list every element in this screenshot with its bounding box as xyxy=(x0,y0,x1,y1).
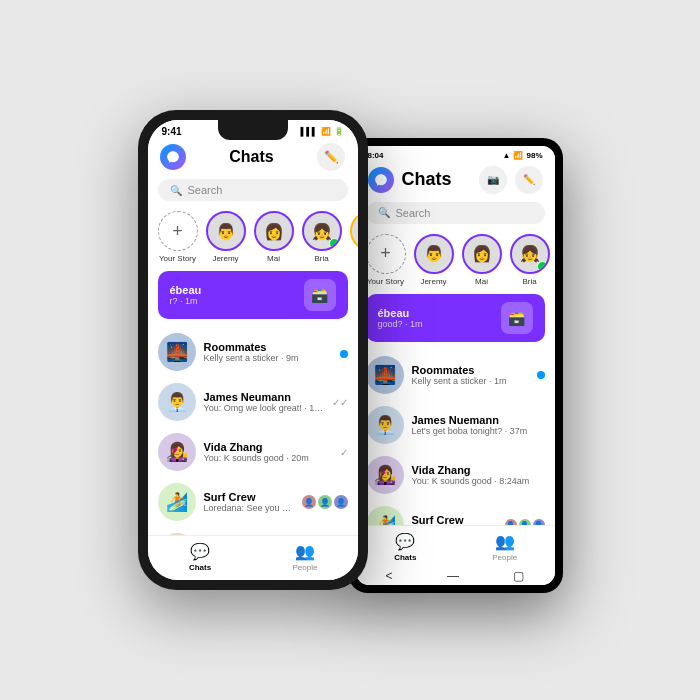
android-device: 8:04 ▲ 📶 98% Chats 📷 ✏️ xyxy=(348,138,563,593)
vida-preview: You: K sounds good · 20m xyxy=(204,453,332,463)
android-time: 8:04 xyxy=(368,151,384,160)
iphone-story-add[interactable]: + Your Story xyxy=(158,211,198,263)
iphone-alice-avatar: 👩‍🦱 xyxy=(350,211,358,251)
iphone-chats-title: Chats xyxy=(229,148,273,166)
iphone-search-bar[interactable]: 🔍 Search xyxy=(158,179,348,201)
android-james-info: James Nuemann Let's get boba tonight? · … xyxy=(412,414,537,436)
iphone-archive-swipe[interactable]: ébeau r? · 1m 🗃️ xyxy=(158,271,348,319)
android-bottom-nav: 💬 Chats 👥 People xyxy=(356,525,555,567)
iphone-time: 9:41 xyxy=(162,126,182,137)
android-stories-row: + Your Story 👨 Jeremy 👩 Mai 👧 Bria 👩‍🦱 xyxy=(356,230,555,294)
android-nav-chats[interactable]: 💬 Chats xyxy=(356,532,456,562)
android-header-icons: 📷 ✏️ xyxy=(479,166,543,194)
android-archive-preview: good? · 1m xyxy=(378,319,423,329)
iphone-story-bria[interactable]: 👧 Bria xyxy=(302,211,342,263)
android-roommates-name: Roommates xyxy=(412,364,529,376)
phones-container: 9:41 ▌▌▌ 📶 🔋 Chats ✏️ xyxy=(138,108,563,593)
android-screen: 8:04 ▲ 📶 98% Chats 📷 ✏️ xyxy=(356,146,555,585)
android-roommates-preview: Kelly sent a sticker · 1m xyxy=(412,376,529,386)
android-james-name: James Nuemann xyxy=(412,414,537,426)
iphone-mai-avatar: 👩 xyxy=(254,211,294,251)
android-archive-name: ébeau xyxy=(378,307,423,319)
iphone-chat-surfcrew[interactable]: 🏄 Surf Crew Loredana: See you there! · M… xyxy=(148,477,358,527)
android-home-indicator: < — ▢ xyxy=(356,567,555,585)
iphone-mai-label: Mai xyxy=(267,254,280,263)
android-chat-james[interactable]: 👨‍💼 James Nuemann Let's get boba tonight… xyxy=(356,400,555,450)
android-story-mai[interactable]: 👩 Mai xyxy=(462,234,502,286)
iphone-story-alice[interactable]: 👩‍🦱 Alice xyxy=(350,211,358,263)
iphone-chat-list: 🌉 Roommates Kelly sent a sticker · 9m 👨‍… xyxy=(148,327,358,535)
surfcrew-info: Surf Crew Loredana: See you there! · Mon xyxy=(204,491,294,513)
iphone-nav-people[interactable]: 👥 People xyxy=(253,542,358,572)
android-archive-icon: 🗃️ xyxy=(501,302,533,334)
james-meta: ✓✓ xyxy=(332,397,348,408)
android-story-add[interactable]: + Your Story xyxy=(366,234,406,286)
android-search-bar[interactable]: 🔍 Search xyxy=(366,202,545,224)
android-archive-swipe[interactable]: ébeau good? · 1m 🗃️ xyxy=(366,294,545,342)
android-bria-label: Bria xyxy=(522,277,536,286)
android-status-icons: ▲ 📶 98% xyxy=(503,151,543,160)
iphone-header-icons: ✏️ xyxy=(317,143,345,171)
vida-avatar: 👩‍🎤 xyxy=(158,433,196,471)
android-story-jeremy[interactable]: 👨 Jeremy xyxy=(414,234,454,286)
iphone-chat-roommates[interactable]: 🌉 Roommates Kelly sent a sticker · 9m xyxy=(148,327,358,377)
roommates-unread xyxy=(340,350,348,358)
android-surfcrew-name: Surf Crew xyxy=(412,514,497,525)
android-roommates-info: Roommates Kelly sent a sticker · 1m xyxy=(412,364,529,386)
iphone-app-header: Chats ✏️ xyxy=(148,139,358,177)
story-add-button[interactable]: + xyxy=(158,211,198,251)
android-wifi-icon: 📶 xyxy=(513,151,523,160)
surfcrew-preview: Loredana: See you there! · Mon xyxy=(204,503,294,513)
iphone-story-jeremy[interactable]: 👨 Jeremy xyxy=(206,211,246,263)
android-story-bria[interactable]: 👧 Bria xyxy=(510,234,550,286)
android-chat-roommates[interactable]: 🌉 Roommates Kelly sent a sticker · 1m xyxy=(356,350,555,400)
vida-meta: ✓ xyxy=(340,447,348,458)
iphone-nav-chats[interactable]: 💬 Chats xyxy=(148,542,253,572)
iphone-status-icons: ▌▌▌ 📶 🔋 xyxy=(300,127,343,136)
iphone-chat-james[interactable]: 👨‍💼 James Neumann You: Omg we look great… xyxy=(148,377,358,427)
iphone-story-mai[interactable]: 👩 Mai xyxy=(254,211,294,263)
iphone-chat-ana[interactable]: 👩 Ana, Aya Ana: Nice · Mon xyxy=(148,527,358,535)
android-battery-text: 98% xyxy=(526,151,542,160)
iphone-jeremy-avatar: 👨 xyxy=(206,211,246,251)
iphone-screen: 9:41 ▌▌▌ 📶 🔋 Chats ✏️ xyxy=(148,120,358,580)
iphone-archive-info: ébeau r? · 1m xyxy=(170,284,202,306)
roommates-name: Roommates xyxy=(204,341,332,353)
android-roommates-meta xyxy=(537,371,545,379)
iphone-archive-name: ébeau xyxy=(170,284,202,296)
iphone-device: 9:41 ▌▌▌ 📶 🔋 Chats ✏️ xyxy=(138,110,368,590)
android-chat-vida[interactable]: 👩‍🎤 Vida Zhang You: K sounds good · 8:24… xyxy=(356,450,555,500)
android-jeremy-avatar: 👨 xyxy=(414,234,454,274)
android-surfcrew-avatar: 🏄 xyxy=(366,506,404,525)
android-story-add-button[interactable]: + xyxy=(366,234,406,274)
android-your-story-label: Your Story xyxy=(367,277,404,286)
android-nav-people[interactable]: 👥 People xyxy=(455,532,555,562)
android-vida-avatar: 👩‍🎤 xyxy=(366,456,404,494)
android-status-bar: 8:04 ▲ 📶 98% xyxy=(356,146,555,162)
android-app-header: Chats 📷 ✏️ xyxy=(356,162,555,200)
android-bria-avatar: 👧 xyxy=(510,234,550,274)
android-edit-button[interactable]: ✏️ xyxy=(515,166,543,194)
android-james-avatar: 👨‍💼 xyxy=(366,406,404,444)
messenger-logo xyxy=(160,144,186,170)
android-chat-surfcrew[interactable]: 🏄 Surf Crew Loredana: See you there! · 1… xyxy=(356,500,555,525)
android-recent-button[interactable]: ▢ xyxy=(513,569,524,583)
group-avatar-2: 👤 xyxy=(318,495,332,509)
android-camera-button[interactable]: 📷 xyxy=(479,166,507,194)
iphone-edit-button[interactable]: ✏️ xyxy=(317,143,345,171)
james-check: ✓✓ xyxy=(332,397,348,408)
iphone-chat-vida[interactable]: 👩‍🎤 Vida Zhang You: K sounds good · 20m … xyxy=(148,427,358,477)
android-home-button[interactable]: — xyxy=(447,569,459,583)
android-chats-title: Chats xyxy=(402,169,471,190)
iphone-search-placeholder: Search xyxy=(188,184,223,196)
android-search-icon: 🔍 xyxy=(378,207,390,218)
vida-info: Vida Zhang You: K sounds good · 20m xyxy=(204,441,332,463)
android-back-button[interactable]: < xyxy=(386,569,393,583)
android-roommates-avatar: 🌉 xyxy=(366,356,404,394)
iphone-jeremy-label: Jeremy xyxy=(212,254,238,263)
android-people-nav-label: People xyxy=(492,553,517,562)
vida-name: Vida Zhang xyxy=(204,441,332,453)
chats-nav-label: Chats xyxy=(189,563,211,572)
android-people-nav-icon: 👥 xyxy=(495,532,515,551)
chats-nav-icon: 💬 xyxy=(190,542,210,561)
